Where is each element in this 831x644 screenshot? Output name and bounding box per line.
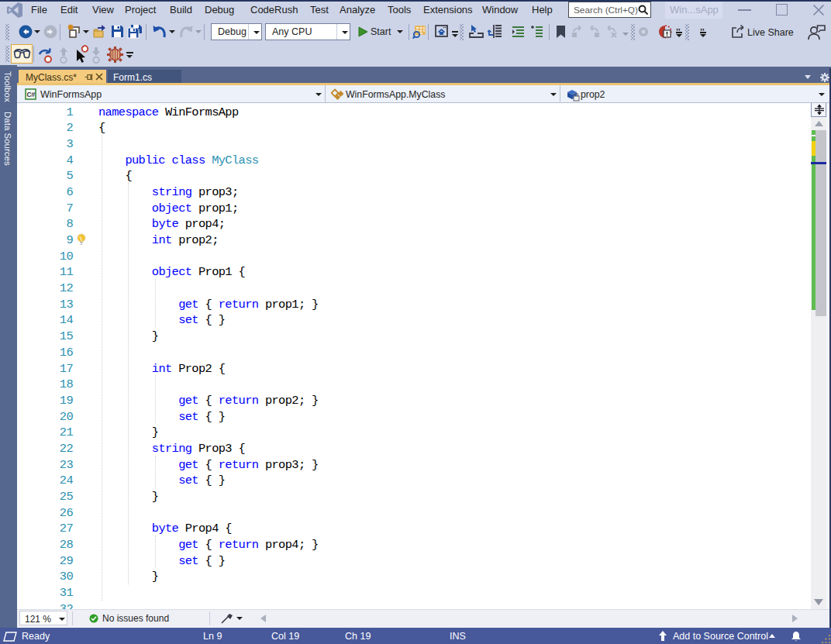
svg-text:C#: C# [26,91,35,98]
